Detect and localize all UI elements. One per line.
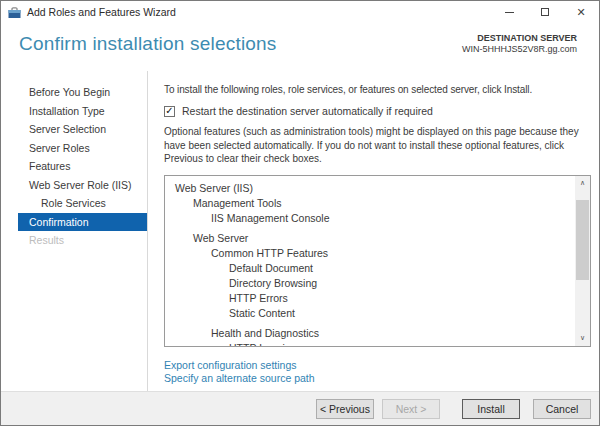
sidebar-item-installation-type[interactable]: Installation Type [1,102,147,121]
tree-item: Default Document [165,261,575,276]
restart-checkbox-row: ✓ Restart the destination server automat… [164,105,591,117]
close-icon: ✕ [576,7,585,18]
title-bar: Add Roles and Features Wizard ✕ [1,1,599,23]
maximize-icon [541,8,549,16]
previous-button[interactable]: < Previous [316,399,374,419]
tree-item: Health and Diagnostics [165,326,575,341]
links: Export configuration settingsSpecify an … [164,359,591,386]
tree-item: Static Content [165,306,575,321]
optional-features-note: Optional features (such as administratio… [164,125,591,166]
sidebar-item-results: Results [1,231,147,250]
scrollbar-thumb[interactable] [576,200,589,280]
sidebar-item-features[interactable]: Features [1,157,147,176]
minimize-button[interactable] [491,1,527,23]
tree-item: HTTP Errors [165,291,575,306]
cancel-button[interactable]: Cancel [533,399,591,419]
sidebar-item-web-server-role-iis[interactable]: Web Server Role (IIS) [1,176,147,195]
tree-item: Common HTTP Features [165,246,575,261]
alternate-source-path-link[interactable]: Specify an alternate source path [164,372,315,386]
instruction-text: To install the following roles, role ser… [164,83,591,96]
page-title: Confirm installation selections [19,33,277,71]
export-configuration-link[interactable]: Export configuration settings [164,359,297,373]
window-title: Add Roles and Features Wizard [27,6,491,18]
tree-item: Management Tools [165,196,575,211]
maximize-button[interactable] [527,1,563,23]
tree-item: Web Server (IIS) [165,181,575,196]
installation-selections-list: Web Server (IIS)Management ToolsIIS Mana… [164,175,591,347]
install-button[interactable]: Install [462,399,520,419]
selections-tree: Web Server (IIS)Management ToolsIIS Mana… [165,176,575,346]
add-roles-features-wizard-window: Add Roles and Features Wizard ✕ Confirm … [0,0,600,426]
app-icon [8,6,21,19]
scrollbar[interactable]: ∧ ∨ [575,176,590,346]
close-button[interactable]: ✕ [563,1,599,23]
wizard-nav: Before You BeginInstallation TypeServer … [1,71,148,391]
destination-server-label: DESTINATION SERVER [462,33,577,44]
wizard-header: Confirm installation selections DESTINAT… [1,23,599,71]
sidebar-item-server-selection[interactable]: Server Selection [1,120,147,139]
checkmark-icon: ✓ [165,106,173,116]
wizard-body: Before You BeginInstallation TypeServer … [1,71,599,391]
scroll-down-button[interactable]: ∨ [575,331,590,346]
tree-item: IIS Management Console [165,211,575,226]
tree-item: HTTP Logging [165,341,575,346]
destination-server-block: DESTINATION SERVER WIN-5HHHJS52V8R.gg.co… [462,33,577,71]
destination-server-name: WIN-5HHHJS52V8R.gg.com [462,44,577,55]
confirmation-page: To install the following roles, role ser… [148,71,599,391]
scroll-up-button[interactable]: ∧ [575,176,590,191]
restart-checkbox-label: Restart the destination server automatic… [182,105,433,117]
tree-item: Directory Browsing [165,276,575,291]
minimize-icon [505,12,514,13]
sidebar-item-before-you-begin[interactable]: Before You Begin [1,83,147,102]
footer-buttons: < PreviousNext >InstallCancel [1,391,599,425]
sidebar-item-server-roles[interactable]: Server Roles [1,139,147,158]
sidebar-item-confirmation[interactable]: Confirmation [18,213,147,232]
sidebar-item-role-services[interactable]: Role Services [1,194,147,213]
tree-item: Web Server [165,231,575,246]
restart-checkbox[interactable]: ✓ [164,106,175,117]
next-button: Next > [382,399,440,419]
